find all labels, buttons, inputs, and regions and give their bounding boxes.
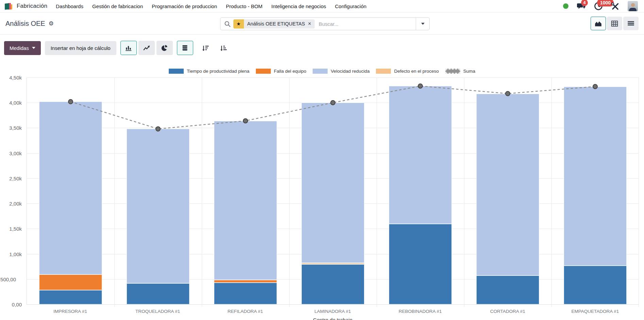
view-switcher xyxy=(591,17,639,30)
favorite-star-icon: ★ xyxy=(233,19,244,29)
x-axis-title: Centro de trabajo xyxy=(27,317,639,320)
legend-label: Velocidad reducida xyxy=(331,69,369,74)
measures-button[interactable]: Medidas xyxy=(4,41,41,55)
control-panel: Análisis OEE ⚙ ★ Análisis OEE ETIQUETAS … xyxy=(0,13,644,35)
y-axis-tick-label: 3,50k xyxy=(9,125,22,131)
pie-chart-button[interactable] xyxy=(156,41,173,55)
presence-dot-icon xyxy=(563,3,568,9)
sort-desc-button[interactable] xyxy=(197,41,214,55)
sum-data-point[interactable] xyxy=(418,84,423,88)
y-axis-tick-label: 4,50k xyxy=(9,75,22,81)
sum-data-point[interactable] xyxy=(506,91,510,96)
top-navbar: Fabricación Dashboards Gestión de fabric… xyxy=(0,0,644,13)
tools-button[interactable] xyxy=(611,2,620,11)
y-axis: 0,00500,001,00k1,50k2,00k2,50k3,00k3,50k… xyxy=(0,77,24,305)
search-icon xyxy=(224,21,231,27)
x-axis-label: TROQUELADORA #1 xyxy=(114,309,201,314)
graph-view-button[interactable] xyxy=(591,17,606,30)
pie-chart-icon xyxy=(161,45,168,52)
messages-badge: 4 xyxy=(581,0,588,6)
sort-group xyxy=(197,41,232,55)
y-axis-tick-label: 1,50k xyxy=(9,226,22,232)
legend-label: Suma xyxy=(463,69,475,74)
messages-button[interactable]: 4 xyxy=(577,2,586,10)
gear-icon[interactable]: ⚙ xyxy=(49,21,54,26)
nav-item-gestion-fabricacion[interactable]: Gestión de fabricacion xyxy=(88,1,147,12)
bar-chart-icon xyxy=(125,45,132,51)
legend-item[interactable]: Falla del equipo xyxy=(256,69,306,74)
app-brand[interactable]: Fabricación xyxy=(5,2,47,10)
nav-item-configuracion[interactable]: Configuración xyxy=(331,1,371,12)
sort-asc-button[interactable] xyxy=(215,41,232,55)
graph-toolbar: Medidas Insertar en hoja de cálculo xyxy=(0,35,644,61)
list-view-button[interactable] xyxy=(623,17,639,30)
list-icon xyxy=(627,20,635,27)
sum-data-point[interactable] xyxy=(593,84,597,89)
x-axis-label: EMPAQUETADORA #1 xyxy=(551,309,639,314)
app-name: Fabricación xyxy=(17,3,47,10)
legend-label: Tiempo de productividad plena xyxy=(187,69,249,74)
area-chart-icon xyxy=(594,20,602,27)
pivot-view-button[interactable] xyxy=(607,17,622,30)
sort-desc-icon xyxy=(202,45,209,52)
bar-chart-button[interactable] xyxy=(120,41,137,55)
legend-swatch xyxy=(313,69,328,74)
sum-data-point[interactable] xyxy=(243,119,248,123)
legend-swatch xyxy=(169,69,184,74)
tools-icon xyxy=(611,2,620,11)
y-axis-tick-label: 4,00k xyxy=(9,100,22,106)
nav-menu: Dashboards Gestión de fabricacion Progra… xyxy=(51,1,371,12)
chart-legend: Tiempo de productividad plenaFalla del e… xyxy=(0,69,644,74)
y-axis-tick-label: 3,00k xyxy=(9,150,22,156)
chevron-down-icon xyxy=(32,47,35,49)
legend-label: Defecto en el proceso xyxy=(394,69,439,74)
oee-stacked-bar-chart: Tiempo de productividad plenaFalla del e… xyxy=(0,61,644,320)
sum-line xyxy=(27,77,639,304)
y-axis-tick-label: 0,00 xyxy=(12,302,22,307)
activities-button[interactable]: 1000 xyxy=(594,2,603,11)
search-facet[interactable]: ★ Análisis OEE ETIQUETAS × xyxy=(233,19,315,29)
stacked-toggle-button[interactable] xyxy=(177,41,193,55)
user-avatar[interactable] xyxy=(628,1,638,11)
search-input[interactable] xyxy=(315,21,416,27)
search-options-toggle[interactable] xyxy=(416,18,429,30)
legend-label: Falla del equipo xyxy=(274,69,306,74)
sum-data-point[interactable] xyxy=(156,127,160,131)
chevron-down-icon xyxy=(421,23,425,25)
nav-item-programacion-produccion[interactable]: Programación de produccion xyxy=(147,1,221,12)
stacked-icon xyxy=(181,45,188,51)
y-axis-tick-label: 500,00 xyxy=(0,276,16,282)
legend-item[interactable]: Suma xyxy=(445,69,475,74)
sum-data-point[interactable] xyxy=(331,101,335,105)
sort-asc-icon xyxy=(220,45,227,52)
breadcrumb: Análisis OEE ⚙ xyxy=(5,20,54,28)
nav-item-producto-bom[interactable]: Producto - BOM xyxy=(221,1,267,12)
legend-item[interactable]: Velocidad reducida xyxy=(313,69,369,74)
legend-item[interactable]: Defecto en el proceso xyxy=(376,69,439,74)
line-chart-icon xyxy=(143,45,150,51)
y-axis-tick-label: 2,00k xyxy=(9,201,22,207)
insert-spreadsheet-button[interactable]: Insertar en hoja de cálculo xyxy=(45,41,116,55)
avatar-image xyxy=(631,3,635,7)
x-axis-label: REBOBINADORA #1 xyxy=(377,309,464,314)
legend-swatch xyxy=(445,69,460,74)
x-axis: IMPRESORA #1TROQUELADORA #1REFILADORA #1… xyxy=(27,309,639,314)
y-axis-tick-label: 2,50k xyxy=(9,175,22,181)
y-axis-tick-label: 1,00k xyxy=(9,251,22,257)
page-title: Análisis OEE xyxy=(5,20,45,28)
nav-item-dashboards[interactable]: Dashboards xyxy=(51,1,88,12)
nav-item-inteligencia-negocios[interactable]: Inteligencia de negocios xyxy=(267,1,331,12)
search-facet-label: Análisis OEE ETIQUETAS xyxy=(247,21,305,26)
legend-swatch xyxy=(256,69,271,74)
search-box: ★ Análisis OEE ETIQUETAS × xyxy=(220,17,430,30)
odoo-app-logo-icon xyxy=(5,2,14,10)
x-axis-label: LAMINADORA #1 xyxy=(289,309,376,314)
pivot-icon xyxy=(611,20,618,27)
plot-area xyxy=(27,77,639,305)
remove-facet-icon[interactable]: × xyxy=(308,21,311,26)
x-axis-label: CORTADORA #1 xyxy=(464,309,551,314)
sum-data-point[interactable] xyxy=(68,100,73,104)
legend-swatch xyxy=(376,69,391,74)
legend-item[interactable]: Tiempo de productividad plena xyxy=(169,69,249,74)
line-chart-button[interactable] xyxy=(138,41,155,55)
